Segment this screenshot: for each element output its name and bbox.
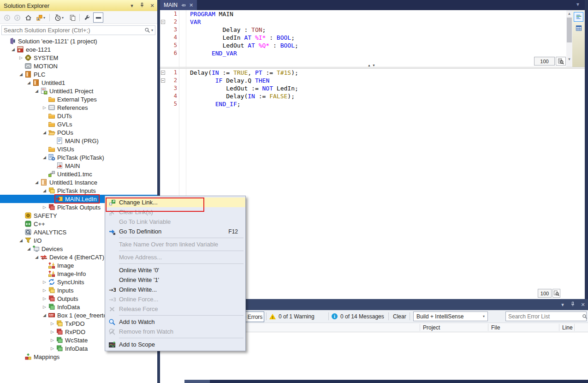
menu-item-change-link[interactable]: Change Link...	[105, 197, 245, 207]
pending-changes-filter-icon[interactable]: ▾	[52, 12, 66, 23]
search-input[interactable]	[506, 313, 582, 320]
expander-collapsed-icon[interactable]: ▷	[41, 280, 48, 284]
sync-with-active-document-icon[interactable]	[67, 12, 77, 23]
code-line[interactable]: 4 LedIn AT %I* : BOOL;	[160, 34, 566, 42]
tree-item-untitled1-project[interactable]: ◢Untitled1 Project	[0, 87, 157, 95]
tree-item-mappings[interactable]: Mappings	[0, 353, 157, 361]
pin-icon[interactable]	[139, 2, 145, 9]
tree-item-solution-eoe-1121-1-project[interactable]: Solution 'eoe-1121' (1 project)	[0, 37, 157, 45]
forward-icon[interactable]	[12, 12, 22, 23]
menu-item-online-write-0[interactable]: Online Write '0'	[105, 265, 245, 275]
window-position-icon[interactable]: ▾	[129, 3, 135, 9]
splitter-arrows-icon[interactable]: ▲▼	[368, 64, 377, 67]
scroll-down-icon[interactable]: ▼	[566, 56, 572, 62]
expander-collapsed-icon[interactable]: ▷	[41, 288, 48, 293]
code-line[interactable]: 6 END_VAR	[160, 49, 566, 57]
expander-expanded-icon[interactable]: ◢	[18, 238, 24, 243]
expander-collapsed-icon[interactable]: ▷	[49, 329, 56, 334]
implementation-zoom-level[interactable]: 100	[538, 289, 552, 298]
messages-filter-button[interactable]: i 0 of 14 Messages	[332, 310, 384, 323]
fold-toggle-icon[interactable]: −	[160, 20, 166, 24]
close-icon[interactable]: ✕	[189, 2, 193, 8]
tree-item-gvls[interactable]: GVLs	[0, 120, 157, 128]
expander-expanded-icon[interactable]: ◢	[33, 180, 40, 185]
search-options-icon[interactable]: ▾	[151, 28, 153, 32]
code-line[interactable]: 5 END_IF;	[160, 100, 585, 108]
expander-expanded-icon[interactable]: ◢	[41, 188, 48, 193]
search-icon[interactable]	[144, 27, 150, 33]
error-list-search[interactable]: ▾	[505, 311, 587, 321]
tree-item-main-prg[interactable]: MAIN (PRG)	[0, 137, 157, 145]
scrollbar-thumb[interactable]	[567, 18, 572, 42]
tree-item-eoe-1121[interactable]: ◢eoe-1121	[0, 45, 157, 54]
declaration-zoom-level[interactable]: 100	[534, 57, 555, 66]
expander-collapsed-icon[interactable]: ▷	[49, 338, 56, 342]
tree-item-references[interactable]: ▷References	[0, 103, 157, 112]
preview-selected-items-icon[interactable]	[93, 12, 103, 23]
code-line[interactable]: 4 Delay(IN := FALSE);	[160, 92, 585, 100]
menu-item-online-force[interactable]: →3Online Force...	[105, 294, 245, 304]
scroll-up-icon[interactable]: ▲	[566, 11, 572, 17]
column-header-project[interactable]: Project	[420, 323, 488, 332]
collapse-all-icon[interactable]: ▾	[33, 12, 48, 23]
expander-expanded-icon[interactable]: ◢	[25, 80, 32, 85]
window-position-icon[interactable]: ▾	[559, 302, 566, 308]
code-line[interactable]: 5 LedOut AT %Q* : BOOL;	[160, 42, 566, 49]
expander-expanded-icon[interactable]: ◢	[33, 255, 40, 259]
expander-collapsed-icon[interactable]: ▷	[18, 55, 24, 60]
tree-item-main[interactable]: MAIN	[0, 162, 157, 170]
zoom-magnifier-icon[interactable]	[552, 289, 560, 298]
pin-icon[interactable]	[570, 301, 576, 308]
tree-item-visus[interactable]: VISUs	[0, 145, 157, 153]
tree-item-system[interactable]: ▷SYSTEM	[0, 54, 157, 62]
code-line[interactable]: −2 IF Delay.Q THEN	[160, 77, 585, 84]
menu-item-add-to-watch[interactable]: Add to Watch	[105, 317, 245, 327]
search-icon[interactable]	[582, 314, 588, 319]
tree-item-external-types[interactable]: External Types	[0, 95, 157, 103]
back-icon[interactable]	[2, 12, 12, 23]
code-line[interactable]: 3 Delay : TON;	[160, 26, 566, 34]
menu-item-take-name-over-from-linked-variable[interactable]: Take Name Over from linked Variable	[105, 239, 245, 249]
code-line[interactable]: −1Delay(IN := TRUE, PT := T#1S);	[160, 69, 585, 77]
zoom-magnifier-icon[interactable]	[556, 57, 566, 66]
menu-item-remove-from-watch[interactable]: Remove from Watch	[105, 327, 245, 336]
menu-item-move-address[interactable]: Move Address...	[105, 252, 245, 262]
tree-item-plctask-plctask[interactable]: ◢PlcTask (PlcTask)	[0, 153, 157, 162]
column-header-line[interactable]: Line	[559, 323, 574, 332]
column-separator[interactable]	[574, 324, 575, 331]
fold-toggle-icon[interactable]: −	[160, 78, 166, 83]
expander-collapsed-icon[interactable]: ▷	[41, 105, 48, 110]
declaration-scrollbar[interactable]: ▲ ▼	[566, 10, 572, 67]
menu-item-online-write[interactable]: →3Online Write...	[105, 285, 245, 294]
expander-collapsed-icon[interactable]: ▷	[41, 296, 48, 301]
menu-item-go-to-link-variable[interactable]: Go To Link Variable	[105, 217, 245, 227]
expander-expanded-icon[interactable]: ◢	[41, 130, 48, 135]
expander-collapsed-icon[interactable]: ▷	[49, 321, 56, 326]
close-icon[interactable]: ✕	[149, 3, 155, 9]
expander-expanded-icon[interactable]: ◢	[41, 313, 48, 317]
clear-button[interactable]: Clear	[393, 310, 406, 323]
properties-wrench-icon[interactable]	[82, 12, 92, 23]
solution-explorer-titlebar[interactable]: Solution Explorer ▾ ✕	[0, 0, 157, 11]
document-list-icon[interactable]: ▼	[576, 2, 580, 7]
tree-item-motion[interactable]: MOTION	[0, 62, 157, 70]
expander-expanded-icon[interactable]: ◢	[25, 246, 32, 251]
tree-item-duts[interactable]: DUTs	[0, 112, 157, 120]
tab-main[interactable]: MAIN ✕	[160, 0, 197, 10]
expander-collapsed-icon[interactable]: ▷	[41, 205, 48, 209]
code-line[interactable]: 3 LedOut := NOT LedIn;	[160, 84, 585, 92]
expander-expanded-icon[interactable]: ◢	[10, 47, 17, 52]
column-header-file[interactable]: File	[488, 323, 559, 332]
tree-item-plc[interactable]: ◢PLC	[0, 70, 157, 78]
pin-icon[interactable]	[181, 3, 186, 8]
text-view-icon[interactable]	[574, 12, 583, 22]
tree-item-untitled1[interactable]: ◢Untitled1	[0, 78, 157, 87]
code-line[interactable]: −2VAR	[160, 18, 566, 26]
code-line[interactable]: 1PROGRAM MAIN	[160, 10, 566, 18]
expander-expanded-icon[interactable]: ◢	[18, 72, 24, 77]
tree-item-plctask-inputs[interactable]: ◢PlcTask Inputs	[0, 186, 157, 195]
search-input[interactable]	[2, 27, 144, 34]
menu-item-go-to-definition[interactable]: Go To DefinitionF12	[105, 227, 245, 236]
tree-item-pous[interactable]: ◢POUs	[0, 128, 157, 137]
menu-item-add-to-scope[interactable]: Add to Scope	[105, 340, 245, 349]
